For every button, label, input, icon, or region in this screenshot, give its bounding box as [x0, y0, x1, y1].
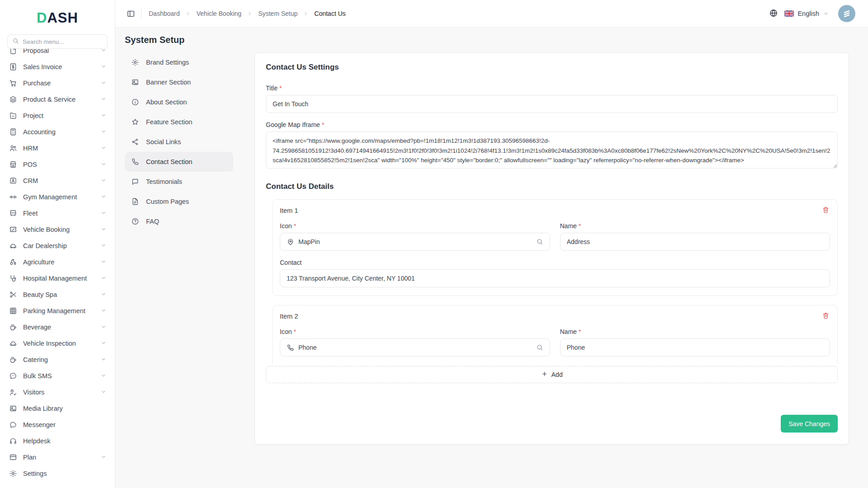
chevron-down-icon	[100, 340, 107, 347]
chevron-down-icon	[100, 112, 107, 120]
sidebar-item-beverage[interactable]: Beverage	[0, 319, 115, 335]
headphones-icon	[9, 437, 17, 445]
search-icon	[12, 38, 19, 44]
sidebar-item-label: Catering	[23, 356, 94, 363]
user-check-icon	[9, 388, 17, 396]
chevron-down-icon	[100, 193, 107, 201]
sidebar-item-vehicle-inspection[interactable]: Vehicle Inspection	[0, 335, 115, 352]
gear-icon	[131, 58, 139, 66]
chevron-down-icon	[100, 454, 107, 461]
icon-picker-input[interactable]: Phone	[280, 338, 550, 357]
sidebar-item-project[interactable]: Project	[0, 108, 115, 124]
tab-feature-section[interactable]: Feature Section	[125, 112, 233, 132]
app-logo[interactable]: DASH	[0, 0, 115, 33]
sidebar-item-hrm[interactable]: HRM	[0, 140, 115, 156]
sidebar-item-plan[interactable]: Plan	[0, 449, 115, 465]
submenu-item-label: Banner Section	[146, 79, 191, 86]
logo-rest: ASH	[47, 10, 78, 26]
submenu-item-label: About Section	[146, 99, 187, 106]
contact-label: Contact	[280, 259, 830, 266]
add-item-button[interactable]: Add	[266, 366, 838, 383]
breadcrumb-item-system-setup[interactable]: System Setup	[258, 10, 297, 17]
chevron-down-icon	[100, 291, 107, 299]
stethoscope-icon	[9, 274, 17, 282]
save-changes-button[interactable]: Save Changes	[781, 415, 838, 432]
chevron-right-icon	[303, 11, 309, 17]
tractor-icon	[9, 258, 17, 266]
language-selector[interactable]: English	[784, 10, 829, 17]
doc-icon	[9, 49, 17, 55]
submenu-item-label: Feature Section	[146, 118, 192, 126]
sidebar-item-gym-management[interactable]: Gym Management	[0, 189, 115, 205]
delete-item-button[interactable]	[821, 312, 830, 321]
user-avatar[interactable]	[838, 5, 855, 22]
sidebar-item-helpdesk[interactable]: Helpdesk	[0, 433, 115, 449]
sidebar-item-label: Visitors	[23, 389, 94, 396]
grid-icon	[9, 307, 17, 315]
chevron-down-icon	[100, 177, 107, 185]
car-icon	[9, 339, 17, 347]
sidebar-item-pos[interactable]: POS	[0, 156, 115, 173]
chevron-down-icon	[823, 10, 829, 17]
chevron-right-icon	[303, 11, 309, 17]
submenu-item-label: Contact Section	[146, 158, 192, 165]
breadcrumb-item-contact-us[interactable]: Contact Us	[314, 10, 345, 17]
sidebar-item-settings[interactable]: Settings	[0, 465, 115, 482]
sidebar-item-label: Car Dealership	[23, 242, 94, 249]
tab-faq[interactable]: FAQ	[125, 211, 233, 231]
sidebar-toggle-button[interactable]	[125, 8, 137, 19]
sidebar-item-sales-invoice[interactable]: Sales Invoice	[0, 59, 115, 75]
chevron-down-icon	[100, 356, 107, 362]
delete-item-button[interactable]	[821, 206, 830, 215]
sidebar-item-visitors[interactable]: Visitors	[0, 384, 115, 400]
folder-icon	[9, 112, 17, 120]
search-input[interactable]	[23, 38, 103, 45]
breadcrumb-item-vehicle-booking[interactable]: Vehicle Booking	[197, 10, 242, 17]
breadcrumb-item-dashboard[interactable]: Dashboard	[149, 10, 180, 17]
details-heading: Contact Us Details	[266, 182, 838, 191]
title-input[interactable]	[266, 95, 838, 113]
tab-testimonials[interactable]: Testimonials	[125, 172, 233, 192]
sidebar-item-product-service[interactable]: Product & Service	[0, 91, 115, 108]
sidebar-item-fleet[interactable]: Fleet	[0, 205, 115, 221]
search-icon	[536, 238, 543, 245]
tab-social-links[interactable]: Social Links	[125, 132, 233, 152]
tab-brand-settings[interactable]: Brand Settings	[125, 52, 233, 72]
contact-input[interactable]	[280, 269, 830, 287]
tab-custom-pages[interactable]: Custom Pages	[125, 192, 233, 211]
sidebar-item-beauty-spa[interactable]: Beauty Spa	[0, 286, 115, 303]
sidebar-item-proposal[interactable]: Proposal	[0, 49, 115, 59]
sidebar-item-car-dealership[interactable]: Car Dealership	[0, 238, 115, 254]
sidebar-item-label: Settings	[23, 470, 107, 477]
sidebar-item-crm[interactable]: CRM	[0, 173, 115, 189]
sidebar-item-hospital-management[interactable]: Hospital Management	[0, 270, 115, 286]
tab-contact-section[interactable]: Contact Section	[125, 152, 233, 172]
tab-banner-section[interactable]: Banner Section	[125, 72, 233, 92]
sidebar-item-purchase[interactable]: Purchase	[0, 75, 115, 91]
settings-heading: Contact Us Settings	[266, 63, 838, 72]
sidebar-item-label: Beverage	[23, 324, 94, 331]
sidebar-item-accounting[interactable]: Accounting	[0, 124, 115, 140]
chevron-down-icon	[100, 49, 107, 53]
sidebar-item-bulk-sms[interactable]: Bulk SMS	[0, 368, 115, 384]
sidebar-item-parking-management[interactable]: Parking Management	[0, 303, 115, 319]
sidebar-item-agriculture[interactable]: Agriculture	[0, 254, 115, 270]
sidebar-item-label: Project	[23, 112, 94, 119]
sidebar-item-label: Fleet	[23, 210, 94, 217]
save-row: Save Changes	[266, 415, 838, 432]
icon-picker-input[interactable]: MapPin	[280, 233, 550, 251]
icon-field: Icon*MapPin	[280, 222, 550, 251]
tab-about-section[interactable]: About Section	[125, 92, 233, 112]
name-label: Name*	[560, 222, 830, 230]
scissors-icon	[9, 291, 17, 299]
sidebar-item-vehicle-booking[interactable]: Vehicle Booking	[0, 221, 115, 238]
name-input[interactable]	[560, 338, 830, 357]
users-icon	[9, 144, 17, 152]
title-label: Title*	[266, 84, 838, 92]
sidebar-item-messenger[interactable]: Messenger	[0, 417, 115, 433]
google-map-iframe-textarea[interactable]: <iframe src="https://www.google.com/maps…	[266, 131, 838, 169]
name-input[interactable]	[560, 233, 830, 251]
sidebar-item-media-library[interactable]: Media Library	[0, 400, 115, 417]
globe-button[interactable]	[768, 8, 779, 19]
sidebar-item-catering[interactable]: Catering	[0, 352, 115, 368]
